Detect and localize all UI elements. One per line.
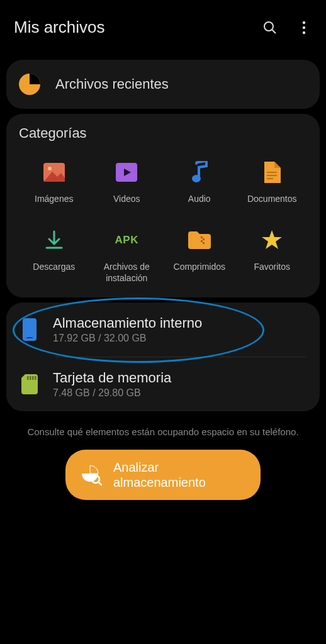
- category-label: Videos: [113, 193, 140, 216]
- storage-card: Almacenamiento interno 17.92 GB / 32.00 …: [6, 303, 320, 411]
- category-compressed[interactable]: Comprimidos: [164, 223, 235, 286]
- sdcard-storage-sub: 7.48 GB / 29.80 GB: [53, 387, 171, 399]
- storage-text: Almacenamiento interno 17.92 GB / 32.00 …: [53, 315, 202, 344]
- internal-storage-title: Almacenamiento interno: [53, 315, 202, 331]
- audio-icon: [185, 158, 214, 187]
- category-label: Descargas: [33, 261, 75, 284]
- analyze-storage-button[interactable]: Analizar almacenamiento: [65, 450, 261, 500]
- category-label: Documentos: [247, 193, 297, 216]
- more-icon[interactable]: [296, 19, 312, 36]
- document-icon: [257, 158, 286, 187]
- svg-line-1: [272, 30, 276, 33]
- svg-point-0: [264, 22, 273, 31]
- app-header: Mis archivos: [0, 0, 326, 55]
- category-documents[interactable]: Documentos: [237, 155, 308, 218]
- categories-grid: Imágenes Videos Audio Documentos Descarg: [19, 155, 307, 286]
- svg-rect-20: [30, 376, 31, 380]
- svg-rect-19: [27, 376, 29, 380]
- category-favorites[interactable]: Favoritos: [237, 223, 308, 286]
- svg-line-24: [98, 482, 101, 485]
- header-actions: [262, 19, 312, 36]
- video-icon: [112, 158, 141, 187]
- sdcard-storage-item[interactable]: Tarjeta de memoria 7.48 GB / 29.80 GB: [6, 357, 320, 411]
- svg-point-3: [303, 26, 305, 28]
- sdcard-storage-title: Tarjeta de memoria: [53, 370, 171, 386]
- category-audio[interactable]: Audio: [164, 155, 235, 218]
- category-videos[interactable]: Videos: [92, 155, 162, 218]
- categories-title: Categorías: [19, 125, 307, 142]
- categories-card: Categorías Imágenes Videos Audio Documen…: [6, 114, 320, 297]
- internal-storage-item[interactable]: Almacenamiento interno 17.92 GB / 32.00 …: [6, 303, 320, 357]
- svg-rect-14: [203, 238, 205, 240]
- internal-storage-sub: 17.92 GB / 32.00 GB: [53, 333, 202, 344]
- star-icon: [257, 226, 286, 255]
- svg-point-4: [303, 31, 305, 33]
- sdcard-icon: [20, 372, 39, 396]
- svg-rect-16: [203, 242, 205, 244]
- svg-rect-11: [267, 178, 273, 179]
- clock-icon: [19, 74, 40, 95]
- svg-point-6: [48, 167, 52, 170]
- folder-zip-icon: [185, 226, 214, 255]
- svg-point-8: [192, 175, 201, 182]
- download-icon: [40, 226, 69, 255]
- category-label: Favoritos: [254, 261, 290, 284]
- recent-files-label: Archivos recientes: [55, 76, 169, 92]
- pie-chart-search-icon: [81, 464, 102, 486]
- category-label: Imágenes: [35, 193, 73, 216]
- svg-rect-18: [26, 337, 33, 338]
- storage-text: Tarjeta de memoria 7.48 GB / 29.80 GB: [53, 370, 171, 399]
- category-images[interactable]: Imágenes: [19, 155, 89, 218]
- search-icon[interactable]: [262, 19, 278, 36]
- page-title: Mis archivos: [14, 18, 104, 37]
- analyze-button-label: Analizar almacenamiento: [113, 460, 245, 490]
- svg-rect-15: [201, 240, 203, 242]
- svg-rect-21: [32, 376, 34, 380]
- svg-rect-13: [201, 236, 203, 238]
- category-label: Audio: [188, 193, 211, 216]
- hint-text: Consulte qué elementos están ocupando es…: [8, 426, 318, 437]
- apk-icon: APK: [112, 226, 141, 255]
- svg-rect-10: [267, 175, 277, 176]
- category-apk[interactable]: APK Archivos de instalación: [92, 223, 162, 286]
- image-icon: [40, 158, 69, 187]
- category-label: Comprimidos: [174, 261, 225, 284]
- category-downloads[interactable]: Descargas: [19, 223, 89, 286]
- svg-point-2: [303, 21, 305, 23]
- svg-rect-9: [267, 172, 277, 173]
- category-label: Archivos de instalación: [92, 261, 162, 284]
- svg-rect-22: [35, 376, 37, 380]
- phone-icon: [20, 318, 39, 341]
- recent-files-card[interactable]: Archivos recientes: [6, 60, 320, 109]
